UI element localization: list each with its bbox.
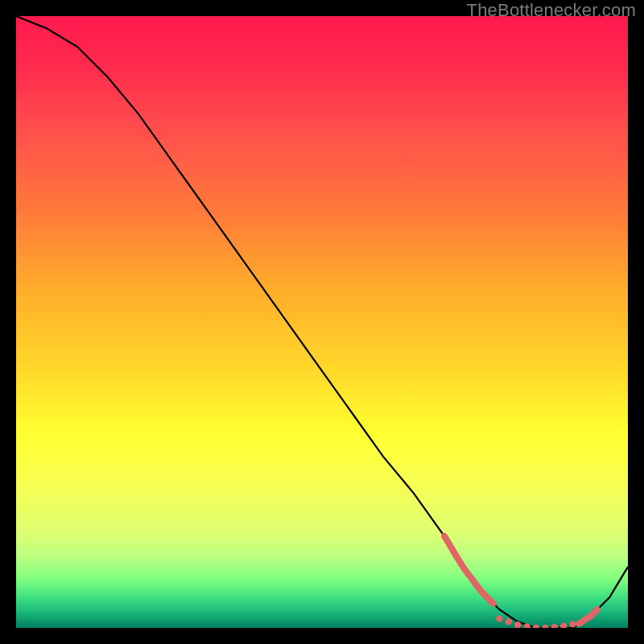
plot-area (16, 16, 628, 628)
highlight-dot (569, 621, 576, 627)
highlight-dot (542, 625, 548, 628)
highlight-dot (551, 624, 558, 628)
chart-frame: TheBottleneсker.com (0, 0, 644, 644)
highlight-dot (533, 625, 539, 628)
highlight-dot (560, 623, 567, 629)
bottleneck-curve (16, 16, 628, 628)
highlight-segment (444, 536, 493, 604)
highlight-dot (506, 618, 512, 625)
watermark-text: TheBottleneсker.com (467, 0, 636, 21)
highlight-dot (496, 615, 502, 621)
highlight-segment (579, 609, 597, 624)
highlight-layer (444, 536, 597, 628)
plot-svg (16, 16, 628, 628)
